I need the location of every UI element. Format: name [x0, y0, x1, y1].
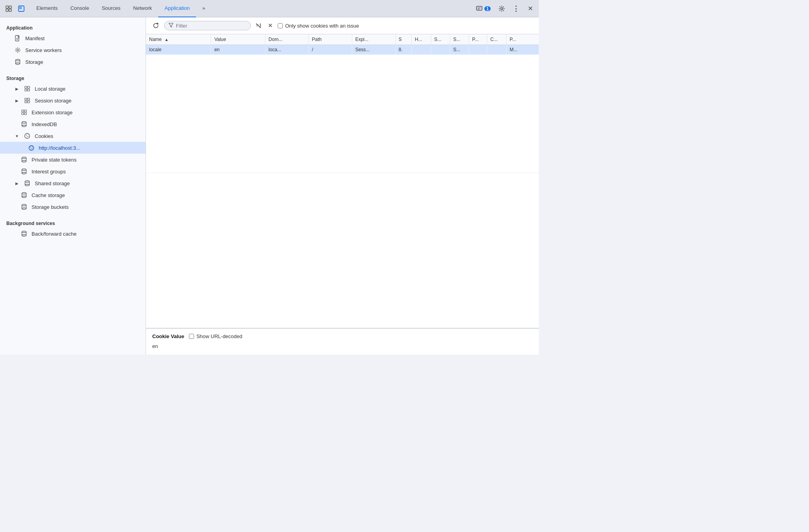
tab-sources[interactable]: Sources — [95, 0, 127, 17]
devtools-icons — [3, 3, 27, 14]
svg-rect-3 — [9, 9, 11, 11]
show-url-decoded-checkbox[interactable] — [189, 334, 194, 339]
svg-point-69 — [22, 235, 26, 236]
gear-icon — [14, 47, 21, 54]
filter-input-wrapper[interactable] — [164, 21, 251, 30]
col-header-expires[interactable]: Expi... — [352, 34, 395, 45]
sidebar: Application Manifest Service workers — [0, 17, 146, 355]
col-header-path[interactable]: Path — [308, 34, 352, 45]
sidebar-item-private-state-tokens[interactable]: Private state tokens — [0, 154, 146, 166]
refresh-button[interactable] — [151, 20, 161, 31]
clear-filter-button[interactable] — [254, 21, 263, 30]
sidebar-item-extension-storage[interactable]: Extension storage — [0, 106, 146, 118]
only-issues-label: Only show cookies with an issue — [285, 23, 359, 29]
grid-icon-session — [24, 97, 31, 104]
sidebar-cookies-localhost-label: http://localhost:3... — [39, 145, 80, 151]
filter-icon — [168, 22, 174, 29]
tab-console[interactable]: Console — [64, 0, 95, 17]
sidebar-item-shared-storage[interactable]: ▶ Shared storage — [0, 177, 146, 189]
svg-point-45 — [32, 148, 33, 149]
svg-point-30 — [22, 122, 26, 123]
tab-bar-right: 1 ⋮ ✕ — [473, 3, 536, 14]
svg-point-46 — [22, 157, 26, 159]
sort-arrow-up: ▲ — [164, 37, 168, 42]
svg-rect-25 — [28, 101, 30, 103]
filter-input[interactable] — [176, 23, 235, 29]
sidebar-item-cookies-localhost[interactable]: http://localhost:3... — [0, 142, 146, 154]
tab-elements[interactable]: Elements — [30, 0, 64, 17]
content-area: ✕ Only show cookies with an issue Name ▲… — [146, 17, 539, 355]
tab-application[interactable]: Application — [158, 0, 196, 17]
clear-all-button[interactable]: ✕ — [266, 21, 275, 30]
main-layout: Application Manifest Service workers — [0, 17, 539, 355]
svg-point-42 — [32, 146, 32, 147]
inspect-icon[interactable] — [16, 3, 27, 14]
svg-rect-29 — [24, 113, 26, 115]
sidebar-item-storage-buckets[interactable]: Storage buckets — [0, 201, 146, 213]
cell-name: locale — [146, 45, 211, 55]
svg-rect-0 — [6, 6, 8, 8]
only-issues-checkbox-label[interactable]: Only show cookies with an issue — [278, 23, 359, 29]
sidebar-item-session-storage[interactable]: ▶ Session storage — [0, 95, 146, 106]
svg-point-13 — [17, 49, 19, 51]
svg-rect-2 — [6, 9, 8, 11]
col-header-priority[interactable]: P... — [469, 34, 487, 45]
sidebar-item-cookies[interactable]: ▼ Cookies — [0, 130, 146, 142]
svg-rect-1 — [9, 6, 11, 8]
svg-rect-22 — [25, 98, 27, 100]
table-row[interactable]: locale en loca... / Sess... 8. S... M... — [146, 45, 539, 55]
tab-network[interactable]: Network — [127, 0, 159, 17]
sidebar-item-manifest[interactable]: Manifest — [0, 32, 146, 44]
cell-expires: Sess... — [352, 45, 395, 55]
cylinder-icon-cache — [21, 192, 28, 199]
col-header-domain[interactable]: Dom... — [265, 34, 308, 45]
svg-point-61 — [22, 196, 26, 198]
only-issues-checkbox[interactable] — [278, 23, 283, 28]
col-header-name[interactable]: Name ▲ — [146, 34, 211, 45]
svg-point-50 — [22, 169, 26, 171]
sidebar-item-local-storage[interactable]: ▶ Local storage — [0, 83, 146, 95]
svg-point-43 — [31, 148, 32, 149]
chevron-down-icon: ▼ — [14, 134, 20, 138]
cell-partition: M... — [506, 45, 539, 55]
col-header-cookietype[interactable]: C... — [487, 34, 506, 45]
sidebar-item-indexeddb[interactable]: IndexedDB — [0, 118, 146, 130]
sidebar-item-service-workers[interactable]: Service workers — [0, 44, 146, 56]
sidebar-item-interest-groups[interactable]: Interest groups — [0, 166, 146, 177]
cell-samesite: S... — [450, 45, 469, 55]
cookie-icon — [24, 132, 31, 140]
svg-point-54 — [25, 181, 30, 182]
sidebar-item-back-forward-cache[interactable]: Back/forward cache — [0, 228, 146, 240]
svg-rect-20 — [25, 89, 27, 91]
svg-point-65 — [22, 208, 26, 210]
cell-size: 8. — [395, 45, 411, 55]
settings-button[interactable] — [496, 3, 507, 14]
col-header-size[interactable]: S — [395, 34, 411, 45]
sidebar-item-cache-storage[interactable]: Cache storage — [0, 189, 146, 201]
cursor-icon[interactable] — [3, 3, 14, 14]
col-header-secure[interactable]: S... — [431, 34, 450, 45]
cell-cookietype — [487, 45, 506, 55]
svg-point-36 — [28, 134, 28, 135]
sidebar-item-storage[interactable]: Storage — [0, 56, 146, 68]
col-header-httponly[interactable]: H... — [411, 34, 431, 45]
cell-domain: loca... — [265, 45, 308, 55]
svg-point-66 — [22, 231, 26, 233]
sidebar-cache-storage-label: Cache storage — [32, 192, 65, 198]
svg-rect-21 — [28, 89, 30, 91]
col-header-value[interactable]: Value — [211, 34, 265, 45]
tab-bar: Elements Console Sources Network Applica… — [0, 0, 539, 17]
tab-more[interactable]: » — [196, 0, 211, 17]
message-badge-button[interactable]: 1 — [473, 4, 493, 14]
svg-rect-19 — [28, 86, 30, 88]
show-url-decoded-label[interactable]: Show URL-decoded — [189, 333, 242, 339]
background-section-label: Background services — [0, 216, 146, 228]
col-header-partition[interactable]: P... — [506, 34, 539, 45]
cell-value: en — [211, 45, 265, 55]
sidebar-cookies-label: Cookies — [35, 133, 53, 139]
more-options-button[interactable]: ⋮ — [510, 3, 521, 14]
cookies-table[interactable]: Name ▲ Value Dom... Path Expi... S H... … — [146, 34, 539, 328]
col-header-samesite[interactable]: S... — [450, 34, 469, 45]
close-devtools-button[interactable]: ✕ — [525, 3, 536, 14]
cell-secure — [431, 45, 450, 55]
